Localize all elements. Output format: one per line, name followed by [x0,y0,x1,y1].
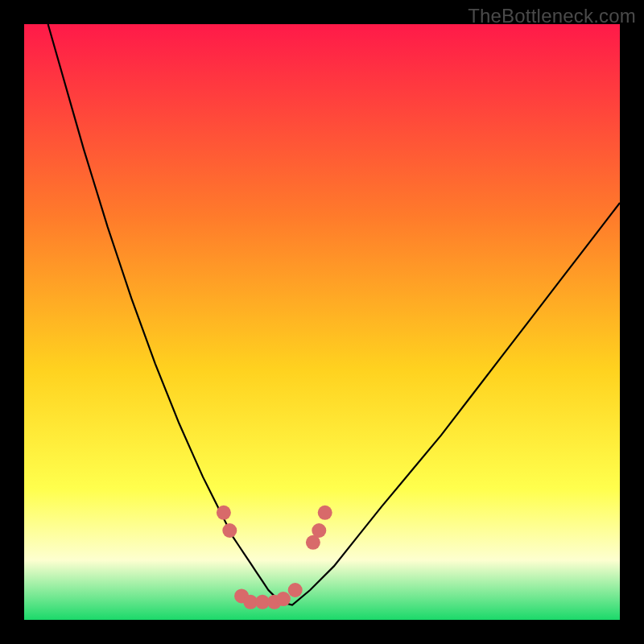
chart-svg [24,24,620,620]
data-marker [217,506,231,520]
data-marker [312,523,326,538]
data-marker [318,506,332,520]
chart-plot [24,24,620,620]
data-marker [288,583,303,597]
data-marker [276,592,291,606]
data-marker [222,523,237,538]
chart-stage: TheBottleneck.com [0,0,644,644]
